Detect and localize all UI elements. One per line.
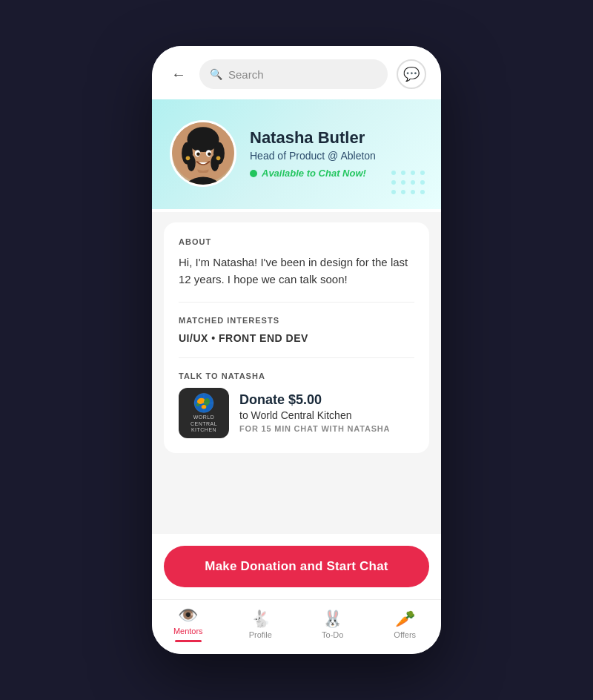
cta-button-label: Make Donation and Start Chat	[205, 559, 388, 574]
back-arrow-icon: ←	[171, 66, 186, 83]
todo-icon: 🐰	[322, 611, 342, 627]
profile-hero: Natasha Butler Head of Product @ Ableton…	[152, 99, 441, 211]
divider-2	[179, 357, 414, 358]
charity-logo: WORLDCENTRALKITCHEN	[179, 388, 229, 438]
search-placeholder-text: Search	[228, 68, 264, 81]
donation-info: Donate $5.00 to World Central Kitchen FO…	[239, 392, 414, 433]
svg-point-14	[216, 156, 221, 161]
avatar	[170, 120, 236, 187]
offers-icon: 🥕	[395, 611, 415, 627]
wck-label: WORLDCENTRALKITCHEN	[191, 415, 217, 433]
charity-logo-inner: WORLDCENTRALKITCHEN	[179, 388, 229, 438]
about-text: Hi, I'm Natasha! I've been in design for…	[179, 254, 414, 288]
svg-point-12	[208, 152, 211, 156]
donate-detail: FOR 15 MIN CHAT WITH NATASHA	[239, 424, 414, 433]
header: ← 🔍 Search 💬	[152, 46, 441, 99]
search-bar[interactable]: 🔍 Search	[199, 59, 388, 89]
talk-section: TALK TO NATASHA	[179, 372, 414, 438]
donate-amount: Donate $5.00	[239, 392, 414, 408]
content-area: ABOUT Hi, I'm Natasha! I've been in desi…	[152, 211, 441, 534]
donate-org: to World Central Kitchen	[239, 409, 414, 421]
search-icon: 🔍	[210, 68, 222, 80]
nav-item-profile[interactable]: 🐇 Profile	[238, 611, 282, 639]
chat-icon: 💬	[403, 66, 420, 82]
profile-card: ABOUT Hi, I'm Natasha! I've been in desi…	[164, 222, 429, 453]
interests-label: MATCHED INTERESTS	[179, 316, 414, 325]
bottom-nav: 👁️ Mentors 🐇 Profile 🐰 To-Do 🥕 Offers	[152, 599, 441, 654]
nav-item-mentors[interactable]: 👁️ Mentors	[166, 607, 211, 642]
svg-point-13	[186, 156, 191, 161]
profile-title: Head of Product @ Ableton	[250, 150, 423, 162]
nav-label-mentors: Mentors	[173, 627, 203, 635]
svg-point-19	[196, 403, 200, 406]
mentors-icon: 👁️	[178, 607, 198, 624]
nav-label-todo: To-Do	[322, 630, 343, 639]
profile-name: Natasha Butler	[250, 128, 423, 148]
availability-text: Available to Chat Now!	[262, 168, 366, 179]
nav-active-indicator	[175, 640, 202, 642]
nav-item-todo[interactable]: 🐰 To-Do	[311, 611, 355, 639]
divider-1	[179, 302, 414, 303]
online-indicator	[250, 170, 257, 177]
back-button[interactable]: ←	[167, 62, 191, 86]
talk-label: TALK TO NATASHA	[179, 372, 414, 380]
nav-label-offers: Offers	[394, 630, 416, 639]
donation-row: WORLDCENTRALKITCHEN Donate $5.00 to Worl…	[179, 388, 414, 438]
svg-point-11	[196, 152, 200, 156]
about-label: ABOUT	[179, 237, 414, 246]
donate-start-chat-button[interactable]: Make Donation and Start Chat	[164, 546, 429, 587]
cta-area: Make Donation and Start Chat	[152, 534, 441, 599]
decorative-dots	[391, 171, 426, 196]
profile-icon: 🐇	[251, 611, 271, 627]
phone-shell: ← 🔍 Search 💬	[152, 46, 441, 654]
nav-item-offers[interactable]: 🥕 Offers	[382, 611, 427, 639]
chat-button[interactable]: 💬	[397, 59, 426, 89]
nav-label-profile: Profile	[249, 630, 272, 639]
interests-text: UI/UX • FRONT END DEV	[179, 332, 414, 344]
